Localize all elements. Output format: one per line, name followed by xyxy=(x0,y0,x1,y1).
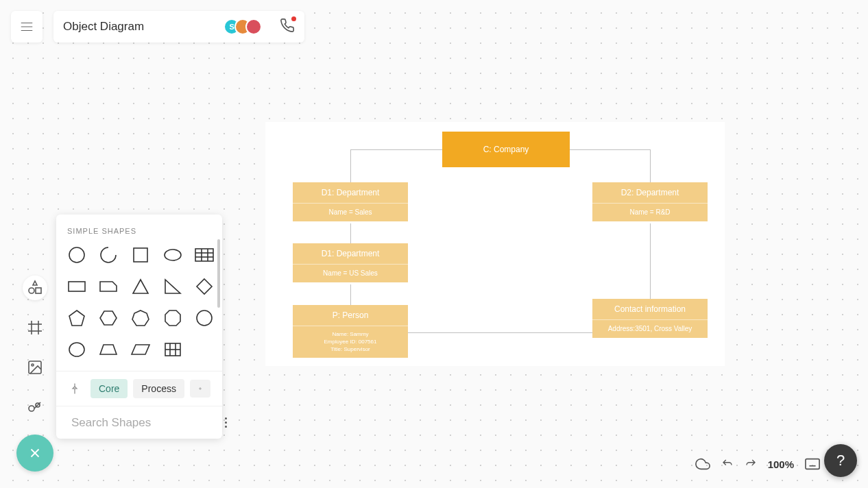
svg-point-33 xyxy=(69,343,84,356)
svg-marker-34 xyxy=(100,345,117,354)
avatar[interactable] xyxy=(245,19,262,35)
close-icon xyxy=(27,446,43,461)
left-toolbar xyxy=(16,276,53,472)
node-title: D1: Department xyxy=(293,243,408,264)
shape-ellipse[interactable] xyxy=(163,245,182,265)
node-title: D1: Department xyxy=(293,182,408,203)
svg-marker-28 xyxy=(69,310,84,326)
undo-button[interactable] xyxy=(721,458,734,470)
svg-point-16 xyxy=(69,247,84,263)
shape-diamond[interactable] xyxy=(195,276,214,297)
image-tool[interactable] xyxy=(23,355,47,380)
diagram-node-d1[interactable]: D1: Department Name = Sales xyxy=(293,182,408,221)
collaborators[interactable]: S xyxy=(224,19,262,35)
shape-octagon[interactable] xyxy=(163,308,182,328)
help-icon: ? xyxy=(836,452,845,469)
node-title: P: Person xyxy=(293,305,408,326)
image-icon xyxy=(27,359,43,376)
shape-parallelogram[interactable] xyxy=(130,339,151,360)
shape-rectangle[interactable] xyxy=(67,276,86,297)
chip-core[interactable]: Core xyxy=(91,379,128,398)
svg-marker-25 xyxy=(133,280,148,293)
pin-icon xyxy=(69,382,81,395)
node-body: Name: Sammy Employee ID: 007561 Title: S… xyxy=(293,326,408,358)
shape-square[interactable] xyxy=(130,245,151,265)
shapes-panel: SIMPLE SHAPES Core Process xyxy=(56,215,222,439)
shape-table[interactable] xyxy=(195,245,214,265)
close-panel-button[interactable] xyxy=(16,435,53,472)
node-title: D2: Department xyxy=(592,182,708,203)
shapes-grid xyxy=(56,241,222,371)
svg-rect-44 xyxy=(806,459,819,469)
shape-arc[interactable] xyxy=(99,245,118,265)
keyboard-icon xyxy=(805,458,820,470)
undo-icon xyxy=(721,458,734,470)
search-input[interactable] xyxy=(71,416,217,430)
svg-point-11 xyxy=(32,364,34,366)
shapes-panel-title: SIMPLE SHAPES xyxy=(56,215,222,241)
search-row xyxy=(56,406,222,439)
menu-icon xyxy=(19,19,34,34)
shape-oval[interactable] xyxy=(67,339,86,360)
top-bar: Object Diagram S xyxy=(11,11,304,42)
call-button[interactable] xyxy=(280,18,295,36)
svg-marker-3 xyxy=(33,281,37,285)
chip-process[interactable]: Process xyxy=(133,379,184,398)
node-title: C: Company xyxy=(483,145,529,154)
pin-button[interactable] xyxy=(64,378,85,399)
frame-icon xyxy=(27,319,43,336)
shape-nonagon[interactable] xyxy=(195,308,214,328)
svg-marker-31 xyxy=(165,310,180,326)
redo-button[interactable] xyxy=(745,458,757,470)
svg-rect-24 xyxy=(69,282,85,291)
node-body: Address:3501, Cross Valley xyxy=(592,319,708,338)
svg-point-18 xyxy=(165,249,181,260)
more-options-button[interactable] xyxy=(222,415,230,430)
scrollbar[interactable] xyxy=(217,239,220,308)
diagram-canvas[interactable]: C: Company D1: Department Name = Sales D… xyxy=(265,122,725,366)
svg-marker-26 xyxy=(165,280,180,293)
node-body: Name = Sales xyxy=(293,203,408,221)
shapes-tool[interactable] xyxy=(23,276,47,300)
document-title[interactable]: Object Diagram xyxy=(63,20,213,34)
svg-marker-27 xyxy=(197,279,212,294)
svg-point-32 xyxy=(197,310,212,326)
plus-icon xyxy=(198,384,202,393)
shape-card[interactable] xyxy=(99,276,118,297)
shapes-icon xyxy=(27,280,43,296)
node-body: Name = US Sales xyxy=(293,264,408,282)
help-button[interactable]: ? xyxy=(824,444,857,477)
cloud-icon xyxy=(695,456,710,472)
freehand-icon xyxy=(27,399,43,415)
node-body: Name = R&D xyxy=(592,203,708,221)
frame-tool[interactable] xyxy=(23,315,47,340)
menu-button[interactable] xyxy=(11,11,43,42)
diagram-node-company[interactable]: C: Company xyxy=(442,132,570,167)
node-title: Contact information xyxy=(592,299,708,319)
zoom-level[interactable]: 100% xyxy=(768,459,794,470)
cloud-sync-button[interactable] xyxy=(695,456,710,472)
shape-hexagon[interactable] xyxy=(99,308,118,328)
svg-marker-29 xyxy=(100,311,117,325)
freehand-tool[interactable] xyxy=(23,395,47,419)
diagram-node-person[interactable]: P: Person Name: Sammy Employee ID: 00756… xyxy=(293,305,408,358)
redo-icon xyxy=(745,458,757,470)
title-card: Object Diagram S xyxy=(53,11,304,42)
shape-heptagon[interactable] xyxy=(130,308,151,328)
shape-triangle[interactable] xyxy=(130,276,151,297)
diagram-node-d2[interactable]: D2: Department Name = R&D xyxy=(592,182,708,221)
shape-right-triangle[interactable] xyxy=(163,276,182,297)
diagram-node-contact[interactable]: Contact information Address:3501, Cross … xyxy=(592,299,708,338)
shape-grid[interactable] xyxy=(163,339,182,360)
shape-trapezoid[interactable] xyxy=(99,339,118,360)
svg-point-4 xyxy=(29,288,34,293)
svg-point-12 xyxy=(29,406,34,411)
shape-circle[interactable] xyxy=(67,245,86,265)
bottom-toolbar: 100% xyxy=(695,456,820,472)
svg-rect-17 xyxy=(134,248,147,262)
shape-category-row: Core Process xyxy=(56,371,222,406)
keyboard-button[interactable] xyxy=(805,458,820,470)
shape-pentagon[interactable] xyxy=(67,308,86,328)
chip-add[interactable] xyxy=(190,380,210,398)
diagram-node-d3[interactable]: D1: Department Name = US Sales xyxy=(293,243,408,282)
